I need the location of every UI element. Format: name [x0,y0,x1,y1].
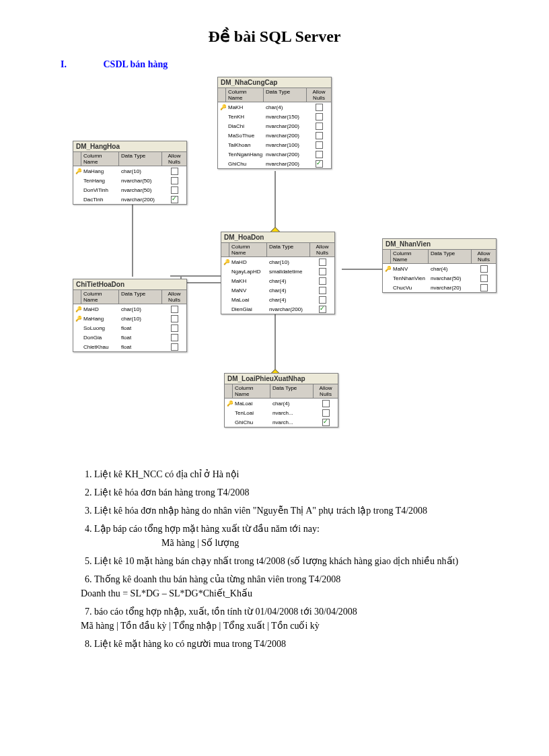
key-icon [221,271,229,272]
checkbox-icon [319,306,326,313]
key-icon [73,327,81,329]
column-name: SoLuong [81,324,119,332]
column-type: char(4) [267,277,310,285]
relation-line [274,306,276,373]
question-item: Lập báp cáo tổng hợp mặt hàng xuất từ đầ… [94,522,468,550]
table-row: ChietKhaufloat [73,342,186,351]
key-icon: 🔑 [73,306,81,313]
column-name: NgayLapHD [229,268,267,275]
table-title: DM_HoaDon [221,232,334,243]
column-name: MaLoai [233,400,270,407]
column-type: char(4) [429,265,472,273]
relation-line [274,171,276,232]
column-name: DiaChi [226,123,264,130]
table-title: DM_LoaiPhieuXuatNhap [225,374,338,384]
key-icon [218,163,226,164]
column-name: TaiKhoan [226,141,264,149]
column-name: ChucVu [391,284,429,291]
key-icon [73,337,81,338]
section-roman: I. [61,59,101,70]
allow-null-cell [314,399,338,408]
column-name: MaNV [391,265,429,273]
table-body: 🔑MaHDchar(10)🔑MaHangchar(10)SoLuongfloat… [73,304,186,351]
key-icon [221,289,229,291]
column-name: MaKH [229,277,267,285]
question-item: Liệt kê 10 mặt hàng bán chạy nhất trong … [94,554,468,568]
table-row: TenKHnvarchar(150) [218,112,331,121]
allow-null-cell [162,176,186,185]
column-type: nvarchar(50) [429,275,472,282]
question-sub: Doanh thu = SL*DG – SL*DG*Chiết_Khấu [81,586,468,600]
key-icon [73,346,81,347]
key-icon [218,153,226,155]
column-name: MaSoThue [226,132,264,139]
key-icon [73,180,81,181]
column-name: DonViTinh [81,186,119,194]
table-row: DiaChinvarchar(200) [218,121,331,131]
allow-null-cell [162,167,186,176]
column-type: float [119,324,162,332]
table-row: TenLoainvarch... [225,408,338,417]
checkbox-icon [480,284,488,291]
column-type: smalldatetime [267,268,310,275]
allow-null-cell [472,274,496,283]
key-icon: 🔑 [218,104,226,111]
checkbox-icon [316,141,323,149]
section-name: CSDL bán hàng [104,59,168,69]
table-row: MaNVchar(4) [221,285,334,295]
table-row: DacTinhnvarchar(200) [73,195,186,204]
column-type: char(4) [270,400,314,407]
allow-null-cell [310,258,334,267]
column-type: char(4) [267,287,310,294]
table-row: DonGiafloat [73,333,186,342]
column-name: MaKH [226,104,264,111]
table-row: SoLuongfloat [73,323,186,333]
relation-line [132,193,133,277]
key-icon [221,308,229,310]
column-name: MaHD [81,306,119,313]
checkbox-icon [171,186,178,194]
table-row: MaLoaichar(4) [221,295,334,304]
question-item: Thống kê doanh thu bán hàng của từng nhâ… [94,572,468,600]
key-icon [225,421,233,423]
allow-null-cell [307,141,331,149]
table-row: ChucVunvarchar(20) [383,283,496,292]
table-row: TenHangnvarchar(50) [73,176,186,185]
allow-null-cell [162,305,186,314]
key-icon [383,287,391,288]
key-icon [73,199,81,200]
column-name: MaLoai [229,296,267,304]
column-name: GhiChu [233,419,270,426]
allow-null-cell [162,314,186,323]
table-body: 🔑MaKHchar(4)TenKHnvarchar(150)DiaChinvar… [218,102,331,168]
column-type: float [119,334,162,341]
checkbox-icon [171,343,178,351]
column-type: nvarchar(200) [264,151,307,158]
section-header: I. CSDL bán hàng [40,59,509,70]
table-row: GhiChunvarchar(200) [218,159,331,168]
question-sub: Mã hàng | Số lượng [161,536,468,550]
checkbox-icon [316,160,323,168]
key-icon [218,144,226,145]
table-row: 🔑MaNVchar(4) [383,264,496,273]
allow-null-cell [307,131,331,140]
allow-null-cell [307,122,331,131]
key-icon [218,125,226,127]
checkbox-icon [171,324,178,332]
allow-null-cell [314,418,338,427]
column-type: nvarchar(50) [119,177,162,184]
column-name: DonGia [81,334,119,341]
column-name: GhiChu [226,160,264,168]
allow-null-cell [472,265,496,273]
allow-null-cell [310,267,334,276]
column-name: DacTinh [81,196,119,203]
table-nhacungcap: DM_NhaCungCap Column Name Data Type Allo… [217,77,332,169]
table-title: ChiTietHoaDon [73,279,186,290]
checkbox-icon [316,104,323,111]
checkbox-icon [322,409,330,417]
column-type: nvarchar(20) [429,284,472,291]
allow-null-cell [162,195,186,204]
table-row: TenNganHangnvarchar(200) [218,149,331,159]
allow-null-cell [310,286,334,295]
column-type: nvarchar(100) [264,141,307,149]
